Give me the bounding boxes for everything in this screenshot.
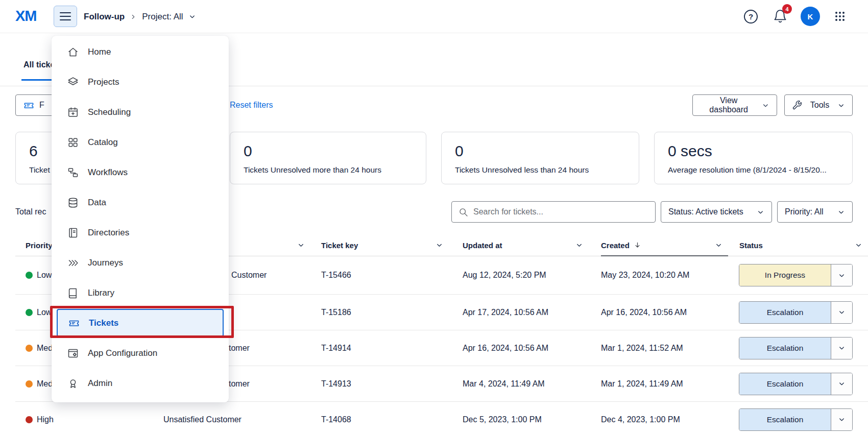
chevron-right-icon [130,13,137,20]
chevron-down-icon [757,208,764,216]
menu-item-label: Data [88,198,106,208]
menu-item-scheduling[interactable]: Scheduling [52,97,229,127]
ticket-icon [68,317,80,329]
app-grid-button[interactable] [834,10,846,22]
ticket-name-cell: Customer [231,271,267,280]
breadcrumb-section[interactable]: Follow-up [84,12,125,22]
menu-item-directories[interactable]: Directories [52,218,229,248]
topbar: XM Follow-up Project: All ? 4 K [0,0,868,33]
chevron-down-icon [837,102,845,109]
ticket-key-cell: T-14914 [321,344,351,353]
tools-label: Tools [810,101,829,110]
chevron-down-icon [838,308,846,316]
priority-dot [26,309,33,316]
status-dropdown[interactable]: Escalation [739,373,853,395]
ticket-key-cell: T-15186 [321,308,351,317]
status-dropdown[interactable]: Escalation [739,337,853,359]
updated-at-cell: Aug 12, 2024, 5:20 PM [463,271,546,280]
menu-item-tickets[interactable]: Tickets [57,309,224,337]
app-configuration-icon [67,347,79,359]
view-dashboard-button[interactable]: View dashboard [692,94,777,116]
hamburger-menu-button[interactable] [54,6,77,27]
scheduling-icon [67,106,79,118]
column-header-created[interactable]: Created [601,240,641,249]
menu-item-data[interactable]: Data [52,187,229,218]
menu-item-home[interactable]: Home [52,37,229,67]
chevron-down-icon [188,13,196,20]
chevron-down-icon [762,102,769,109]
status-dropdown[interactable]: Escalation [739,301,853,324]
ticket-name-cell: tomer [229,344,250,353]
column-header-ticket-key-chevron[interactable] [436,241,443,249]
status-chevron-button[interactable] [831,409,852,430]
priority-dot [26,416,33,423]
status-chevron-button[interactable] [831,373,852,395]
status-filter-label: Status: Active tickets [668,207,743,216]
chevron-down-icon [838,380,846,388]
stat-card-avg-resolution-time: 0 secs Average resolution time (8/1/2024… [654,132,853,184]
stat-value: 0 [244,142,413,159]
library-icon [67,287,79,299]
status-badge: In Progress [739,264,831,286]
column-header-name-chevron[interactable] [297,241,305,249]
view-dashboard-label: View dashboard [700,96,757,114]
reset-filters-link[interactable]: Reset filters [230,101,273,110]
menu-item-app-configuration[interactable]: App Configuration [52,338,229,368]
search-input[interactable] [473,202,652,222]
chevron-down-icon [838,344,846,352]
tickets-page: All tickets F Reset filters View dashboa… [0,0,868,434]
notifications-badge: 4 [782,4,792,14]
sort-descending-icon [634,241,641,249]
status-dropdown[interactable]: In Progress [739,264,853,286]
column-header-updated-at[interactable]: Updated at [463,240,502,249]
menu-item-catalog[interactable]: Catalog [52,127,229,157]
menu-item-admin[interactable]: Admin [52,368,229,398]
tools-button[interactable]: Tools [784,94,853,116]
column-header-status[interactable]: Status [739,240,763,249]
column-header-updated-at-chevron[interactable] [575,241,583,249]
stat-card-unresolved-less-24h: 0 Tickets Unresolved less than 24 hours [441,132,639,184]
updated-at-cell: Apr 16, 2024, 10:56 AM [463,344,548,353]
chevron-down-icon [297,241,305,249]
column-header-created-chevron[interactable] [715,241,722,249]
avatar[interactable]: K [801,7,820,26]
status-chevron-button[interactable] [831,337,852,359]
status-chevron-button[interactable] [831,264,852,286]
column-header-ticket-key[interactable]: Ticket key [321,240,358,249]
stat-value: 0 [455,142,625,159]
menu-item-label: Catalog [88,137,118,148]
admin-icon [67,377,79,390]
help-button[interactable]: ? [744,10,758,23]
status-filter-dropdown[interactable]: Status: Active tickets [661,201,772,223]
status-badge: Escalation [739,337,831,359]
status-chevron-button[interactable] [831,302,852,323]
column-header-priority[interactable]: Priority [26,240,53,249]
menu-item-label: Directories [88,228,129,238]
ticket-name-cell: Unsatisfied Customer [163,415,242,424]
menu-item-label: App Configuration [88,348,157,358]
breadcrumb: Follow-up Project: All [84,0,196,33]
xm-logo[interactable]: XM [15,8,37,25]
menu-item-workflows[interactable]: Workflows [52,157,229,187]
data-icon [67,197,79,209]
updated-at-cell: Dec 5, 2023, 1:00 PM [463,415,542,424]
table-row[interactable]: High Unsatisfied Customer T-14068 Dec 5,… [15,402,868,434]
stat-card-unresolved-more-24h: 0 Tickets Unresolved more than 24 hours [230,132,426,184]
menu-item-projects[interactable]: Projects [52,67,229,97]
menu-item-library[interactable]: Library [52,278,229,308]
priority-dot [26,272,33,279]
status-badge: Escalation [739,373,831,395]
menu-item-journeys[interactable]: Journeys [52,248,229,278]
chevron-down-icon [838,272,846,279]
status-dropdown[interactable]: Escalation [739,408,853,431]
column-header-far-chevron[interactable] [855,241,862,249]
chevron-down-icon [575,241,583,249]
journeys-icon [67,257,79,269]
chevron-down-icon [715,241,722,249]
breadcrumb-project-selector[interactable]: Project: All [142,12,183,22]
stat-label: Tickets Unresolved less than 24 hours [455,165,625,175]
updated-at-cell: Apr 17, 2024, 10:56 AM [463,308,548,317]
wrench-icon [792,100,802,110]
priority-filter-dropdown[interactable]: Priority: All [777,201,853,223]
filter-button-label: F [39,101,44,110]
